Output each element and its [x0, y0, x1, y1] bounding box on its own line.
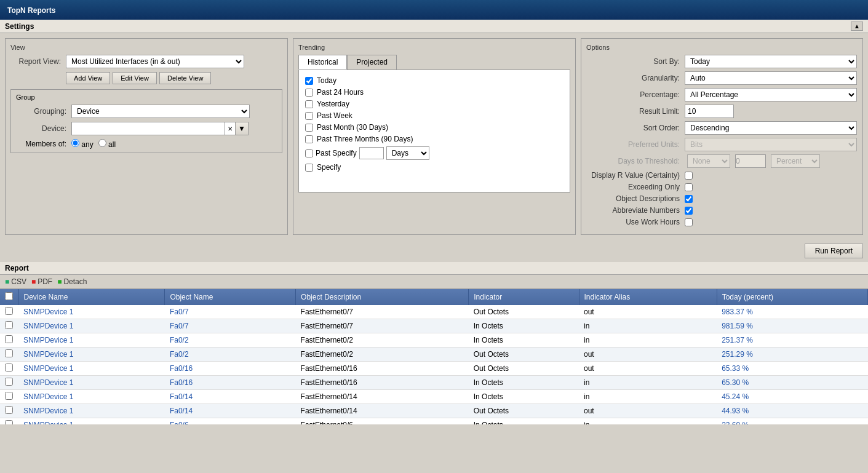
row-checkbox[interactable]	[5, 364, 13, 372]
row-checkbox-cell[interactable]	[0, 305, 18, 319]
yesterday-checkbox[interactable]	[305, 100, 313, 108]
past-specify-unit-select[interactable]: Days Hours Weeks Months	[386, 146, 429, 160]
today-percent-link[interactable]: 44.93 %	[722, 407, 749, 415]
members-all-radio[interactable]	[98, 139, 106, 147]
past-specify-checkbox[interactable]	[305, 149, 313, 157]
today-percent-link[interactable]: 23.60 %	[722, 421, 749, 424]
past-week-checkbox[interactable]	[305, 112, 313, 120]
row-checkbox[interactable]	[5, 378, 13, 386]
row-object-description: FastEthernet0/7	[296, 319, 469, 333]
row-checkbox-cell[interactable]	[0, 404, 18, 418]
row-checkbox[interactable]	[5, 406, 13, 414]
row-checkbox[interactable]	[5, 392, 13, 400]
today-percent-link[interactable]: 65.33 %	[722, 364, 749, 373]
row-checkbox-cell[interactable]	[0, 418, 18, 425]
object-name-link[interactable]: Fa0/7	[170, 322, 189, 330]
row-checkbox[interactable]	[5, 321, 13, 329]
result-limit-label: Result Limit:	[586, 107, 685, 116]
use-work-hours-checkbox[interactable]	[685, 218, 693, 226]
detach-button[interactable]: ■ Detach	[57, 277, 87, 286]
sort-by-select[interactable]: Today Yesterday Past Week	[685, 55, 857, 68]
row-checkbox-cell[interactable]	[0, 348, 18, 362]
today-percent-link[interactable]: 251.37 %	[722, 336, 753, 344]
csv-button[interactable]: ■ CSV	[5, 277, 26, 286]
preferred-units-select[interactable]: Bits	[685, 138, 857, 151]
select-all-checkbox[interactable]	[5, 292, 13, 300]
row-checkbox-cell[interactable]	[0, 319, 18, 333]
specify-checkbox[interactable]	[305, 164, 313, 172]
days-threshold-label: Days to Threshold:	[586, 157, 685, 165]
report-table-scroll[interactable]: Device Name Object Name Object Descripti…	[0, 289, 868, 424]
today-percent-link[interactable]: 981.59 %	[722, 322, 753, 330]
abbreviate-numbers-checkbox[interactable]	[685, 207, 693, 215]
today-percent-link[interactable]: 65.30 %	[722, 378, 749, 387]
object-name-link[interactable]: Fa0/7	[170, 308, 189, 316]
row-checkbox[interactable]	[5, 335, 13, 343]
object-name-link[interactable]: Fa0/2	[170, 336, 189, 344]
device-dropdown-button[interactable]: ▼	[236, 122, 249, 135]
today-percent-link[interactable]: 251.29 %	[722, 350, 753, 359]
object-name-link[interactable]: Fa0/2	[170, 350, 189, 359]
members-any-label[interactable]: any	[71, 139, 94, 149]
row-checkbox-cell[interactable]	[0, 390, 18, 404]
device-name-link[interactable]: SNMPDevice 1	[23, 392, 73, 401]
pdf-button[interactable]: ■ PDF	[31, 277, 52, 286]
days-threshold-unit-select[interactable]: Percent	[771, 154, 820, 168]
display-r-value-checkbox[interactable]	[685, 172, 693, 180]
object-name-link[interactable]: Fa0/16	[170, 364, 193, 373]
row-checkbox[interactable]	[5, 307, 13, 315]
percentage-select[interactable]: All Percentage In Percentage Out Percent…	[685, 88, 857, 101]
add-view-button[interactable]: Add View	[66, 72, 110, 84]
past-month-checkbox[interactable]	[305, 124, 313, 132]
row-checkbox-cell[interactable]	[0, 362, 18, 376]
delete-view-button[interactable]: Delete View	[159, 72, 212, 84]
device-name-link[interactable]: SNMPDevice 1	[23, 364, 73, 373]
result-limit-input[interactable]	[685, 105, 734, 118]
device-name-link[interactable]: SNMPDevice 1	[23, 308, 73, 316]
col-header-device-name: Device Name	[18, 289, 165, 305]
members-all-label[interactable]: all	[98, 139, 116, 149]
days-threshold-none-select[interactable]: None	[687, 154, 730, 168]
device-clear-button[interactable]: ✕	[225, 122, 236, 135]
past-specify-value-input[interactable]	[359, 147, 384, 159]
row-checkbox-cell[interactable]	[0, 376, 18, 390]
tab-historical[interactable]: Historical	[298, 55, 347, 70]
row-indicator-alias: in	[579, 319, 717, 333]
object-name-link[interactable]: Fa0/14	[170, 407, 193, 415]
table-row: SNMPDevice 1 Fa0/14 FastEthernet0/14 In …	[0, 390, 868, 404]
row-checkbox[interactable]	[5, 349, 13, 357]
today-percent-link[interactable]: 45.24 %	[722, 392, 749, 401]
granularity-select[interactable]: Auto 5 Min 15 Min 1 Hour 1 Day	[685, 71, 857, 85]
object-name-link[interactable]: Fa0/6	[170, 421, 189, 424]
object-name-link[interactable]: Fa0/14	[170, 392, 193, 401]
collapse-button[interactable]: ▲	[851, 22, 863, 31]
past24-checkbox[interactable]	[305, 89, 313, 97]
exceeding-only-label: Exceeding Only	[586, 183, 685, 191]
device-name-link[interactable]: SNMPDevice 1	[23, 378, 73, 387]
device-name-link[interactable]: SNMPDevice 1	[23, 407, 73, 415]
today-checkbox[interactable]	[305, 77, 313, 85]
device-name-link[interactable]: SNMPDevice 1	[23, 336, 73, 344]
run-report-button[interactable]: Run Report	[805, 244, 863, 258]
device-name-link[interactable]: SNMPDevice 1	[23, 421, 73, 424]
object-name-link[interactable]: Fa0/16	[170, 378, 193, 387]
past-three-months-checkbox[interactable]	[305, 135, 313, 143]
row-checkbox[interactable]	[5, 420, 13, 424]
object-descriptions-checkbox[interactable]	[685, 195, 693, 203]
device-name-link[interactable]: SNMPDevice 1	[23, 350, 73, 359]
table-row: SNMPDevice 1 Fa0/6 FastEthernet0/6 In Oc…	[0, 418, 868, 425]
today-percent-link[interactable]: 983.37 %	[722, 308, 753, 316]
tab-projected[interactable]: Projected	[347, 55, 397, 70]
sort-order-select[interactable]: Descending Ascending	[685, 121, 857, 135]
col-header-checkbox[interactable]	[0, 289, 18, 305]
row-object-name: Fa0/7	[165, 305, 296, 319]
days-threshold-value-input[interactable]	[735, 154, 766, 168]
edit-view-button[interactable]: Edit View	[113, 72, 157, 84]
exceeding-only-checkbox[interactable]	[685, 183, 693, 191]
members-any-radio[interactable]	[71, 139, 79, 147]
row-checkbox-cell[interactable]	[0, 333, 18, 348]
device-input[interactable]	[71, 122, 225, 135]
device-name-link[interactable]: SNMPDevice 1	[23, 322, 73, 330]
report-view-select[interactable]: Most Utilized Interfaces (in & out) Most…	[66, 55, 244, 68]
grouping-select[interactable]: Device Interface All	[71, 105, 250, 118]
